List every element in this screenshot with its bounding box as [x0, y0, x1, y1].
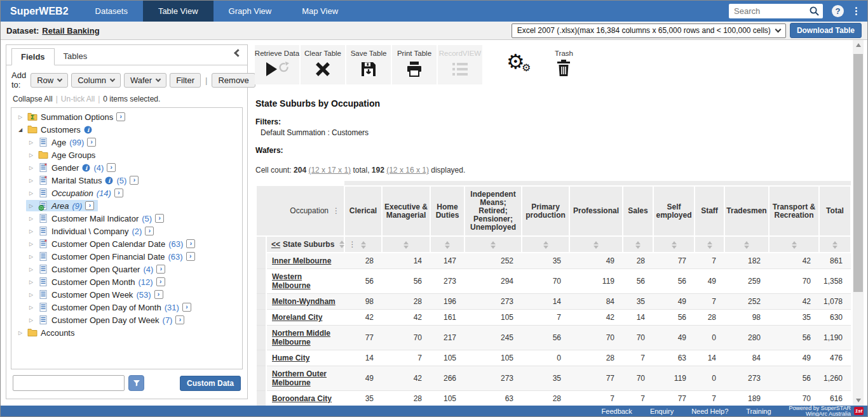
info-icon[interactable]: i — [82, 164, 90, 172]
tree-item-occupation[interactable]: ▷Occupation(14)› — [11, 187, 242, 199]
sort-toggle-icon[interactable] — [403, 241, 409, 249]
add-to-table-arrow[interactable]: › — [114, 189, 123, 197]
sort-toggle-icon[interactable] — [339, 241, 344, 248]
column-header-independent-means-retired-pensioner-unemployed[interactable]: Independent Means; Retired; Pensioner; U… — [465, 186, 522, 236]
expand-toggle-icon[interactable]: ▷ — [27, 216, 35, 222]
tree-item-marital-status[interactable]: ▷✶Marital Statusi(5)› — [11, 174, 242, 187]
add-to-table-arrow[interactable]: › — [156, 265, 165, 274]
scrollbar-thumb[interactable] — [853, 54, 863, 292]
expand-toggle-icon[interactable]: ▷ — [27, 203, 35, 209]
displayed-dims-link[interactable]: (12 x 16 x 1) — [386, 166, 429, 175]
column-header-primary-production[interactable]: Primary production — [522, 186, 569, 236]
column-sort-cell[interactable] — [724, 236, 769, 253]
dataset-name-link[interactable]: Retail Banking — [42, 26, 99, 36]
expand-toggle-icon[interactable]: ◢ — [17, 127, 24, 133]
expand-toggle-icon[interactable]: ▷ — [27, 228, 35, 234]
column-sort-cell[interactable] — [522, 236, 569, 253]
sort-toggle-icon[interactable] — [491, 241, 496, 249]
row-label-link[interactable]: Hume City — [272, 354, 309, 362]
scroll-up-arrow[interactable] — [853, 40, 864, 50]
nav-tab-graph-view[interactable]: Graph View — [214, 1, 287, 22]
column-header-transport-recreation[interactable]: Transport & Recreation — [769, 186, 819, 236]
column-header-home-duties[interactable]: Home Duties — [430, 186, 465, 236]
clear-table-button[interactable]: Clear Table — [301, 45, 345, 84]
sort-toggle-icon[interactable] — [445, 241, 450, 249]
row-label-link[interactable]: Northern Outer Melbourne — [272, 369, 327, 387]
add-to-table-arrow[interactable]: › — [85, 201, 94, 210]
expand-toggle-icon[interactable]: ▷ — [27, 254, 35, 260]
row-label-link[interactable]: Moreland City — [272, 313, 322, 322]
collapse-all-link[interactable]: Collapse All — [13, 95, 53, 103]
row-label-link[interactable]: Melton-Wyndham — [272, 297, 336, 306]
expand-toggle-icon[interactable]: ▷ — [27, 190, 35, 196]
menu-kebab-icon[interactable] — [853, 6, 860, 17]
add-to-table-arrow[interactable]: › — [186, 252, 195, 261]
sort-toggle-icon[interactable] — [672, 241, 677, 249]
expand-toggle-icon[interactable]: ▷ — [17, 330, 24, 336]
collapse-sidebar-icon[interactable] — [234, 49, 242, 57]
row-label-link[interactable]: Boroondara City — [272, 394, 332, 403]
add-to-table-arrow[interactable]: › — [182, 303, 191, 312]
expand-toggle-icon[interactable]: ▷ — [17, 114, 24, 120]
add-to-table-arrow[interactable]: › — [155, 214, 164, 223]
sort-toggle-icon[interactable] — [792, 241, 797, 249]
expand-toggle-icon[interactable]: ▷ — [27, 292, 35, 298]
add-to-table-arrow[interactable]: › — [87, 138, 96, 147]
column-sort-cell[interactable] — [653, 236, 695, 253]
add-to-column-button[interactable]: Column — [71, 73, 121, 88]
add-to-table-arrow[interactable]: › — [175, 315, 184, 324]
custom-data-button[interactable]: Custom Data — [180, 376, 241, 391]
row-label-link[interactable]: Northern Middle Melbourne — [272, 329, 330, 347]
tree-item-customer-open-day-of-month[interactable]: ▷Customer Open Day of Month(31)› — [11, 301, 242, 314]
column-sort-cell[interactable] — [465, 236, 522, 253]
tree-item-area[interactable]: ▷Area(9)› — [11, 199, 242, 212]
column-header-staff[interactable]: Staff — [695, 186, 724, 236]
tree-item-individual-company[interactable]: ▷Individual \ Company(2)› — [11, 225, 242, 237]
vertical-scrollbar[interactable] — [853, 40, 864, 406]
footer-link-enquiry[interactable]: Enquiry — [650, 407, 674, 415]
expand-toggle-icon[interactable]: ▷ — [27, 152, 35, 158]
tree-item-customer-open-calendar-date[interactable]: ▷✶Customer Open Calendar Date(63)› — [11, 237, 242, 250]
column-header-sales[interactable]: Sales — [623, 186, 653, 236]
column-header-clerical[interactable]: Clerical — [344, 186, 382, 236]
collapse-rows-link[interactable]: << — [271, 240, 280, 249]
save-table-button[interactable]: Save Table — [346, 45, 391, 84]
sort-toggle-icon[interactable] — [744, 241, 749, 249]
add-to-table-arrow[interactable]: › — [116, 112, 125, 121]
tab-tables[interactable]: Tables — [55, 48, 97, 65]
footer-link-feedback[interactable]: Feedback — [602, 407, 632, 415]
expand-toggle-icon[interactable]: ▷ — [27, 165, 35, 171]
tree-item-age[interactable]: ▷Age(99)› — [11, 136, 242, 149]
filter-button[interactable]: Filter — [170, 73, 201, 88]
add-to-table-arrow[interactable]: › — [154, 290, 163, 299]
info-icon[interactable]: i — [84, 126, 92, 134]
tree-item-customer-open-week[interactable]: ▷Customer Open Week(53)› — [11, 288, 242, 301]
expand-toggle-icon[interactable]: ▷ — [27, 317, 35, 323]
scroll-down-arrow[interactable] — [853, 395, 864, 406]
tree-item-customer-open-quarter[interactable]: ▷Customer Open Quarter(4)› — [11, 263, 242, 275]
tab-fields[interactable]: Fields — [11, 48, 55, 65]
expand-toggle-icon[interactable]: ▷ — [27, 241, 35, 247]
sort-toggle-icon[interactable] — [635, 241, 641, 249]
nav-tab-table-view[interactable]: Table View — [143, 1, 214, 22]
download-table-button[interactable]: Download Table — [790, 23, 862, 38]
column-header-self-employed[interactable]: Self employed — [653, 186, 695, 236]
column-header-executive-managerial[interactable]: Executive & Managerial — [382, 186, 430, 236]
expand-toggle-icon[interactable]: ▷ — [27, 178, 35, 183]
column-header-tradesmen[interactable]: Tradesmen — [724, 186, 769, 236]
footer-link-need-help-[interactable]: Need Help? — [691, 407, 728, 415]
column-sort-cell[interactable] — [769, 236, 819, 253]
column-sort-cell[interactable] — [382, 236, 430, 253]
sort-toggle-icon[interactable] — [543, 241, 548, 249]
column-sort-cell[interactable] — [695, 236, 724, 253]
column-sort-cell[interactable] — [819, 236, 851, 253]
search-icon[interactable] — [809, 6, 820, 17]
nav-tab-map-view[interactable]: Map View — [287, 1, 353, 22]
tree-item-summation-options[interactable]: ▷ΣSummation Options› — [11, 110, 242, 123]
add-to-table-arrow[interactable]: › — [107, 163, 116, 172]
add-to-table-arrow[interactable]: › — [130, 176, 139, 185]
column-dimension-header[interactable]: Occupation⋮ — [257, 186, 344, 236]
sort-toggle-icon[interactable] — [593, 241, 599, 249]
tree-item-customers[interactable]: ◢Customersi — [11, 123, 242, 136]
row-dimension-header[interactable]: <<State Suburbs⋮ — [266, 236, 344, 253]
